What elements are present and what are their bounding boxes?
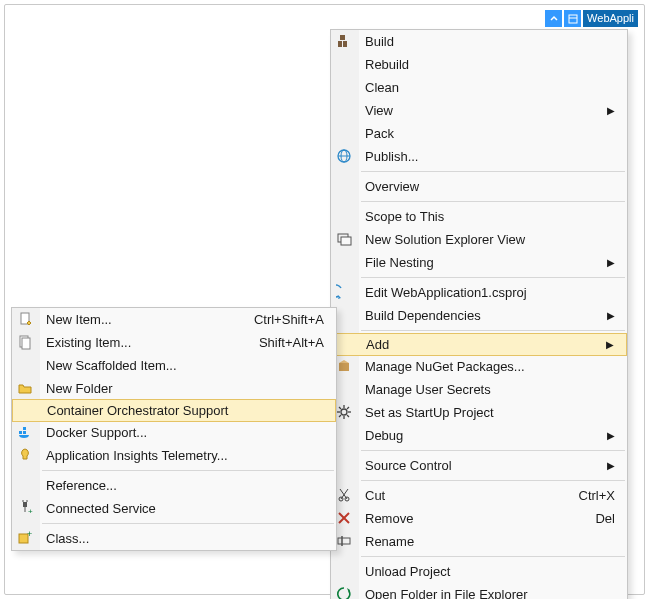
menu-item-label: Cut (365, 488, 555, 503)
menu-item-label: Source Control (365, 458, 595, 473)
svg-rect-34 (23, 502, 27, 507)
menu-separator (361, 330, 625, 331)
menu-item-publish[interactable]: Publish... (331, 145, 627, 168)
menu-item-source-control[interactable]: Source Control▶ (331, 454, 627, 477)
menu-item-shortcut: Del (595, 511, 615, 526)
context-menu-main: BuildRebuildCleanView▶PackPublish...Over… (330, 29, 628, 599)
menu-item-cut[interactable]: CutCtrl+X (331, 484, 627, 507)
menu-item-label: New Item... (46, 312, 230, 327)
menu-separator (361, 277, 625, 278)
menu-item-reference[interactable]: Reference... (12, 474, 336, 497)
menu-item-label: Connected Service (46, 501, 324, 516)
newwin-icon (336, 231, 352, 247)
menu-item-new-solution-explorer-view[interactable]: New Solution Explorer View (331, 228, 627, 251)
menu-item-view[interactable]: View▶ (331, 99, 627, 122)
menu-item-label: Build (365, 34, 615, 49)
menu-item-pack[interactable]: Pack (331, 122, 627, 145)
menu-item-label: Debug (365, 428, 595, 443)
menu-item-overview[interactable]: Overview (331, 175, 627, 198)
menu-item-label: Edit WebApplication1.csproj (365, 285, 615, 300)
publish-icon (336, 148, 352, 164)
menu-item-label: Rename (365, 534, 615, 549)
menu-item-rename[interactable]: Rename (331, 530, 627, 553)
newitem-icon (17, 311, 33, 327)
svg-line-17 (347, 415, 349, 417)
submenu-arrow-icon: ▶ (606, 339, 614, 350)
menu-item-label: Pack (365, 126, 615, 141)
svg-rect-31 (19, 431, 22, 434)
svg-rect-30 (22, 338, 30, 349)
menu-item-new-scaffolded-item[interactable]: New Scaffolded Item... (12, 354, 336, 377)
menu-item-new-folder[interactable]: New Folder (12, 377, 336, 400)
menu-item-debug[interactable]: Debug▶ (331, 424, 627, 447)
submenu-arrow-icon: ▶ (607, 257, 615, 268)
newfold-icon (17, 380, 33, 396)
menu-item-container-orchestrator-support[interactable]: Container Orchestrator Support (12, 399, 336, 422)
svg-point-11 (341, 409, 347, 415)
class-icon: + (17, 530, 33, 546)
svg-rect-9 (341, 237, 351, 245)
existing-icon (17, 334, 33, 350)
menu-item-connected-service[interactable]: +Connected Service (12, 497, 336, 520)
openfold-icon (336, 586, 352, 599)
menu-item-rebuild[interactable]: Rebuild (331, 53, 627, 76)
menu-item-clean[interactable]: Clean (331, 76, 627, 99)
menu-item-label: Container Orchestrator Support (47, 403, 323, 418)
menu-item-build[interactable]: Build (331, 30, 627, 53)
menu-separator (361, 556, 625, 557)
menu-item-label: Clean (365, 80, 615, 95)
edit-icon (336, 284, 352, 300)
menu-item-label: Publish... (365, 149, 615, 164)
menu-item-label: View (365, 103, 595, 118)
menu-item-label: New Solution Explorer View (365, 232, 615, 247)
menu-item-file-nesting[interactable]: File Nesting▶ (331, 251, 627, 274)
menu-item-shortcut: Shift+Alt+A (259, 335, 324, 350)
build-icon (336, 33, 352, 49)
menu-item-label: Reference... (46, 478, 324, 493)
menu-item-label: Existing Item... (46, 335, 235, 350)
submenu-arrow-icon: ▶ (607, 310, 615, 321)
svg-rect-26 (338, 538, 350, 544)
cut-icon (336, 487, 352, 503)
menu-item-label: Application Insights Telemetry... (46, 448, 324, 463)
rename-icon (336, 533, 352, 549)
menu-item-manage-user-secrets[interactable]: Manage User Secrets (331, 378, 627, 401)
menu-item-label: Set as StartUp Project (365, 405, 615, 420)
menu-item-label: Build Dependencies (365, 308, 595, 323)
menu-item-new-item[interactable]: New Item...Ctrl+Shift+A (12, 308, 336, 331)
menu-item-scope-to-this[interactable]: Scope to This (331, 205, 627, 228)
menu-item-open-folder-in-file-explorer[interactable]: Open Folder in File Explorer (331, 583, 627, 599)
menu-item-shortcut: Ctrl+Shift+A (254, 312, 324, 327)
menu-item-label: Docker Support... (46, 425, 324, 440)
context-menu-add: New Item...Ctrl+Shift+AExisting Item...S… (11, 307, 337, 551)
svg-rect-3 (343, 41, 347, 47)
menu-item-class[interactable]: +Class... (12, 527, 336, 550)
menu-item-label: Open Folder in File Explorer (365, 587, 615, 599)
tab-fragment[interactable]: WebAppli (583, 10, 638, 27)
menu-item-label: New Scaffolded Item... (46, 358, 324, 373)
menu-item-label: Remove (365, 511, 571, 526)
svg-rect-0 (569, 15, 577, 23)
gear-icon (336, 404, 352, 420)
toolstrip-tile-1[interactable] (545, 10, 562, 27)
docker-icon (17, 424, 33, 440)
nuget-icon (336, 358, 352, 374)
connsvc-icon: + (17, 500, 33, 516)
menu-item-application-insights-telemetry[interactable]: Application Insights Telemetry... (12, 444, 336, 467)
submenu-arrow-icon: ▶ (607, 105, 615, 116)
menu-item-set-as-startup-project[interactable]: Set as StartUp Project (331, 401, 627, 424)
menu-item-docker-support[interactable]: Docker Support... (12, 421, 336, 444)
menu-item-build-dependencies[interactable]: Build Dependencies▶ (331, 304, 627, 327)
submenu-arrow-icon: ▶ (607, 460, 615, 471)
menu-item-edit-webapplication1-csproj[interactable]: Edit WebApplication1.csproj (331, 281, 627, 304)
menu-item-add[interactable]: Add▶ (331, 333, 627, 356)
menu-item-unload-project[interactable]: Unload Project (331, 560, 627, 583)
menu-item-label: Overview (365, 179, 615, 194)
menu-item-label: Add (366, 337, 594, 352)
menu-item-existing-item[interactable]: Existing Item...Shift+Alt+A (12, 331, 336, 354)
menu-item-manage-nuget-packages[interactable]: Manage NuGet Packages... (331, 355, 627, 378)
menu-item-remove[interactable]: RemoveDel (331, 507, 627, 530)
menu-item-label: Class... (46, 531, 324, 546)
toolstrip-tile-2[interactable] (564, 10, 581, 27)
menu-item-label: Manage NuGet Packages... (365, 359, 615, 374)
